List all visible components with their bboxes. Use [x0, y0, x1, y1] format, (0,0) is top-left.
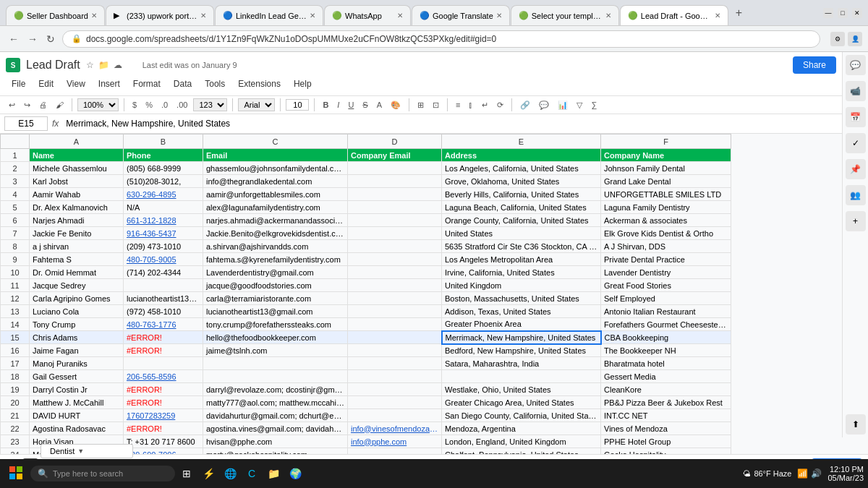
forward-button[interactable]: →	[25, 32, 41, 46]
browser-tab-tab1[interactable]: 🟢 Seller Dashboard ✕	[6, 5, 105, 25]
cell[interactable]: Vines of Mendoza	[601, 422, 731, 435]
menu-item-extensions[interactable]: Extensions	[232, 77, 286, 91]
chrome-icon[interactable]: 🌐	[221, 465, 239, 482]
merge-button[interactable]: ⊡	[430, 99, 442, 111]
network-icon[interactable]: 📶	[797, 468, 808, 479]
row-number[interactable]: 2	[1, 162, 30, 175]
cell[interactable]	[348, 253, 442, 266]
cell[interactable]: alex@lagunafamilydentistry.com	[203, 201, 348, 214]
cell[interactable]: narjes.ahmadi@ackermanandassociates.net	[203, 214, 348, 227]
cell[interactable]: Mendoza, Argentina	[442, 422, 601, 435]
col-header-D[interactable]: D	[348, 134, 442, 149]
row-number[interactable]: 5	[1, 201, 30, 214]
cell[interactable]	[348, 305, 442, 318]
cell[interactable]: Company Name	[601, 149, 731, 162]
cell[interactable]: Johnson Family Dental	[601, 162, 731, 175]
cell[interactable]: Darryl Costin Jr	[30, 383, 124, 396]
cell[interactable]: Grand Lake Dental	[601, 175, 731, 188]
row-number[interactable]: 8	[1, 240, 30, 253]
tasks-icon[interactable]: ✓	[846, 133, 866, 153]
cell[interactable]: fahtema.s@kyrenefamilydentistry.com	[203, 253, 348, 266]
row-number[interactable]: 4	[1, 188, 30, 201]
row-number[interactable]: 16	[1, 344, 30, 357]
cell[interactable]	[348, 214, 442, 227]
cell[interactable]: Michele Ghassemlou	[30, 162, 124, 175]
col-header-F[interactable]: F	[601, 134, 731, 149]
cell[interactable]: jaime@tslnh.com	[203, 344, 348, 357]
row-number[interactable]: 21	[1, 409, 30, 422]
chat-icon[interactable]: 💬	[846, 55, 866, 75]
cell[interactable]: Lavenderdentistry@gmail.com	[203, 266, 348, 279]
cell[interactable]	[348, 227, 442, 240]
col-header-B[interactable]: B	[124, 134, 203, 149]
print-button[interactable]: 🖨	[36, 99, 50, 111]
row-number[interactable]: 10	[1, 266, 30, 279]
cell[interactable]: info@vinesofmendoza.com	[348, 422, 442, 435]
cell[interactable]	[124, 279, 203, 292]
cortana-icon[interactable]: C	[243, 465, 260, 482]
refresh-button[interactable]: ↻	[43, 32, 58, 46]
row-number[interactable]: 6	[1, 214, 30, 227]
cell[interactable]: Los Angeles, California, United States	[442, 162, 601, 175]
row-number[interactable]: 17	[1, 357, 30, 370]
row-number[interactable]: 15	[1, 331, 30, 344]
row-number[interactable]: 22	[1, 422, 30, 435]
cell[interactable]: Westlake, Ohio, United States	[442, 383, 601, 396]
browser-tab-tab4[interactable]: 🟢 WhatsApp ✕	[324, 5, 411, 25]
cell[interactable]: lucianotheartist13@gmail.com	[203, 305, 348, 318]
cell[interactable]: a j shirvan	[30, 240, 124, 253]
row-number[interactable]: 1	[1, 149, 30, 162]
cell[interactable]	[348, 331, 442, 344]
cell[interactable]: 17607283259	[124, 409, 203, 422]
cell[interactable]: Agostina Radosavac	[30, 422, 124, 435]
cell[interactable]: Lavender Dentistry	[601, 266, 731, 279]
cell[interactable]: tony.crump@forefatherssteaks.com	[203, 318, 348, 331]
folder-icon[interactable]: 📁	[98, 60, 109, 70]
cell[interactable]	[348, 266, 442, 279]
tab-close-icon[interactable]: ✕	[605, 12, 611, 20]
cloud-icon[interactable]: ☁	[114, 60, 122, 70]
row-number[interactable]: 14	[1, 318, 30, 331]
cell[interactable]: Jackie Fe Benito	[30, 227, 124, 240]
row-number[interactable]: 24	[1, 448, 30, 455]
tab-close-icon[interactable]: ✕	[397, 12, 403, 20]
row-number[interactable]: 12	[1, 292, 30, 305]
font-size-input[interactable]	[286, 99, 309, 111]
cell[interactable]: aamir@unforgettablesmiles.com	[203, 188, 348, 201]
cell[interactable]: 630-296-4895	[124, 188, 203, 201]
zoom-select[interactable]: 100%	[77, 98, 119, 111]
cell[interactable]: Dr. Alex Kalmanovich	[30, 201, 124, 214]
cell[interactable]: davidahurtur@gmail.com; dchurt@earthlink…	[203, 409, 348, 422]
explorer-icon[interactable]: 📁	[265, 465, 282, 482]
cell[interactable]: carla@terramiaristorante.com	[203, 292, 348, 305]
col-header-C[interactable]: C	[203, 134, 348, 149]
row-number[interactable]: 9	[1, 253, 30, 266]
borders-button[interactable]: ⊞	[414, 99, 427, 111]
chart-button[interactable]: 📊	[555, 99, 571, 111]
cell[interactable]: Bedford, New Hampshire, United States	[442, 344, 601, 357]
tab-close-icon[interactable]: ✕	[91, 12, 97, 20]
url-bar[interactable]: 🔒 docs.google.com/spreadsheets/d/1Y1Zn9F…	[62, 30, 820, 48]
cell[interactable]: Greater Phoenix Area	[442, 318, 601, 331]
cell[interactable]: marty@geckohospitality.com	[203, 448, 348, 455]
taskbar-search-box[interactable]: 🔍 Type here to search	[30, 466, 175, 481]
cell[interactable]: Karl Jobst	[30, 175, 124, 188]
cell[interactable]: 239-690-7006	[124, 448, 203, 455]
cell[interactable]: Address	[442, 149, 601, 162]
cell[interactable]	[124, 357, 203, 370]
cell[interactable]: #ERROR!	[124, 396, 203, 409]
cell[interactable]	[348, 318, 442, 331]
cell[interactable]: CBA Bookkeeping	[601, 331, 731, 344]
undo-button[interactable]: ↩	[6, 99, 18, 111]
row-number[interactable]: 20	[1, 396, 30, 409]
cell[interactable]: #ERROR!	[124, 331, 203, 344]
italic-button[interactable]: I	[334, 99, 342, 111]
cell[interactable]	[348, 383, 442, 396]
cell[interactable]: Manoj Puraniks	[30, 357, 124, 370]
calendar-icon[interactable]: 📅	[846, 107, 866, 127]
cell[interactable]: Satara, Maharashtra, India	[442, 357, 601, 370]
cell[interactable]: agostina.vines@gmail.com; davidahurtur@g…	[203, 422, 348, 435]
cell[interactable]: T: +31 20 717 8600	[124, 435, 203, 448]
cell[interactable]: darryl@revolaze.com; dcostinjr@gmail.com…	[203, 383, 348, 396]
cell[interactable]: A J Shirvan, DDS	[601, 240, 731, 253]
